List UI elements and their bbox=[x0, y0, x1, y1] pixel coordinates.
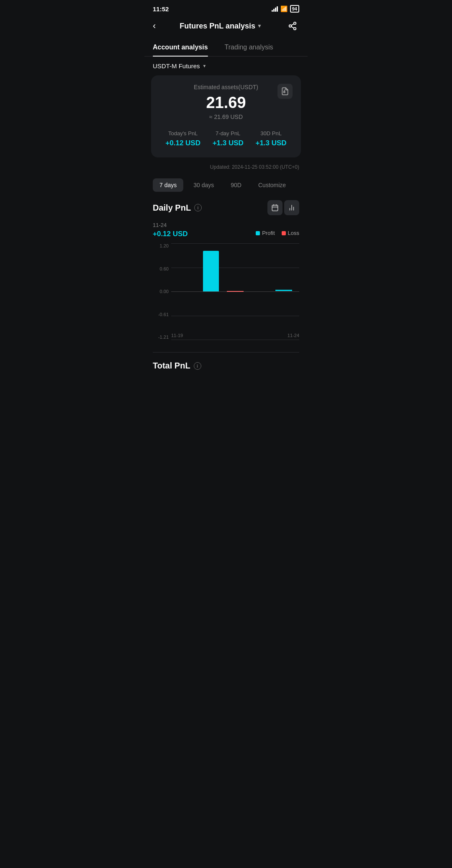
chart-inner: 11-19 11-24 bbox=[171, 243, 299, 340]
chart-area: 11-24 +0.12 USD Profit Loss 1.20 0.60 0.… bbox=[144, 222, 308, 352]
profit-legend-dot bbox=[256, 231, 260, 235]
total-pnl-section: Total PnL i bbox=[144, 353, 308, 371]
legend-profit: Profit bbox=[256, 230, 275, 236]
today-pnl: Today's PnL +0.12 USD bbox=[165, 130, 200, 147]
y-label-3: 0.00 bbox=[153, 289, 171, 294]
header-title: Futures PnL analysis ▼ bbox=[180, 22, 262, 31]
title-dropdown-arrow[interactable]: ▼ bbox=[257, 23, 262, 29]
loss-legend-dot bbox=[282, 231, 286, 235]
asset-doc-button[interactable] bbox=[277, 84, 293, 99]
bar-chart: 1.20 0.60 0.00 -0.61 -1.21 bbox=[153, 243, 299, 352]
futures-selector[interactable]: USDT-M Futures ▼ bbox=[144, 57, 308, 75]
period-buttons: 7 days 30 days 90D Customize bbox=[144, 173, 308, 200]
back-button[interactable]: ‹ bbox=[153, 21, 156, 31]
tab-bar: Account analysis Trading analysis bbox=[144, 39, 308, 57]
pnl-row: Today's PnL +0.12 USD 7-day PnL +1.3 USD… bbox=[159, 130, 293, 147]
signal-icon bbox=[272, 6, 278, 12]
y-label-1: 1.20 bbox=[153, 243, 171, 248]
x-label-start: 11-19 bbox=[171, 333, 183, 338]
y-axis: 1.20 0.60 0.00 -0.61 -1.21 bbox=[153, 243, 171, 340]
estimated-assets-label: Estimated assets(USDT) bbox=[159, 84, 293, 90]
status-right: 📶 94 bbox=[272, 5, 299, 13]
x-label-end: 11-24 bbox=[288, 333, 299, 338]
status-bar: 11:52 📶 94 bbox=[144, 0, 308, 16]
bar-2 bbox=[199, 243, 223, 340]
battery-icon: 94 bbox=[290, 5, 299, 13]
asset-value: 21.69 bbox=[159, 94, 293, 112]
bar-5 bbox=[272, 243, 296, 340]
calendar-button[interactable] bbox=[267, 200, 282, 215]
legend-loss: Loss bbox=[282, 230, 299, 236]
chart-value: +0.12 USD bbox=[153, 230, 188, 238]
share-button[interactable] bbox=[286, 19, 299, 33]
chart-date: 11-24 bbox=[153, 222, 299, 228]
30day-pnl: 30D PnL +1.3 USD bbox=[255, 130, 286, 147]
bar-positive-2 bbox=[203, 251, 219, 291]
asset-usd-approx: ≈ 21.69 USD bbox=[159, 113, 293, 120]
period-90d[interactable]: 90D bbox=[224, 178, 248, 192]
chart-legend: Profit Loss bbox=[256, 230, 299, 236]
asset-card: Estimated assets(USDT) 21.69 ≈ 21.69 USD… bbox=[151, 75, 301, 157]
daily-pnl-title: Daily PnL i bbox=[153, 203, 202, 213]
futures-caret-icon: ▼ bbox=[203, 64, 207, 68]
bar-4 bbox=[247, 243, 272, 340]
chart-type-button[interactable] bbox=[284, 200, 299, 215]
y-label-4: -0.61 bbox=[153, 312, 171, 317]
total-pnl-title: Total PnL i bbox=[153, 361, 299, 371]
app-header: ‹ Futures PnL analysis ▼ bbox=[144, 16, 308, 39]
updated-time: Updated: 2024-11-25 03:52:00 (UTC+0) bbox=[144, 161, 308, 173]
7day-pnl: 7-day PnL +1.3 USD bbox=[213, 130, 244, 147]
x-axis: 11-19 11-24 bbox=[171, 327, 299, 340]
bar-1 bbox=[175, 243, 199, 340]
bar-3 bbox=[223, 243, 247, 340]
period-customize[interactable]: Customize bbox=[252, 178, 293, 192]
daily-pnl-info-icon[interactable]: i bbox=[194, 204, 202, 211]
svg-line-4 bbox=[291, 24, 294, 26]
bar-flat-3 bbox=[227, 291, 244, 292]
daily-pnl-header: Daily PnL i bbox=[144, 200, 308, 222]
wifi-icon: 📶 bbox=[280, 5, 288, 12]
period-30days[interactable]: 30 days bbox=[187, 178, 221, 192]
tab-trading-analysis[interactable]: Trading analysis bbox=[216, 39, 282, 56]
total-pnl-info-icon[interactable]: i bbox=[194, 362, 201, 370]
bar-flat-cyan-5 bbox=[275, 290, 292, 291]
period-7days[interactable]: 7 days bbox=[153, 178, 183, 192]
y-label-5: -1.21 bbox=[153, 335, 171, 340]
bars-container bbox=[171, 243, 299, 340]
svg-rect-6 bbox=[272, 205, 278, 211]
svg-line-3 bbox=[291, 26, 294, 28]
time-display: 11:52 bbox=[153, 5, 169, 13]
section-controls bbox=[267, 200, 299, 215]
y-label-2: 0.60 bbox=[153, 266, 171, 271]
tab-account-analysis[interactable]: Account analysis bbox=[144, 39, 216, 56]
